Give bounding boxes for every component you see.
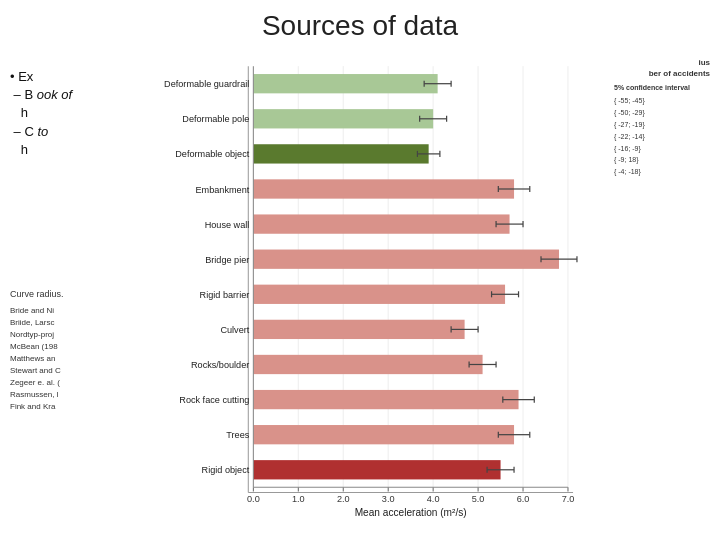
svg-text:Rigid barrier: Rigid barrier [200,290,250,300]
svg-text:6.0: 6.0 [517,494,530,504]
accidents-label: ber of accidents [614,69,710,78]
ref-5: Matthews an [10,353,116,365]
ref-2: Briide, Larsc [10,317,116,329]
references-list: Bride and Ni Briide, Larsc Nordtyp-proj … [10,305,116,413]
svg-text:Culvert: Culvert [220,325,249,335]
svg-text:Rock face cutting: Rock face cutting [179,395,249,405]
svg-text:Bridge pier: Bridge pier [205,255,249,265]
ref-4: McBean (198 [10,341,116,353]
book-of: ook of [37,87,72,102]
svg-text:Deformable pole: Deformable pole [182,114,249,124]
dash2: – C [10,124,34,139]
ref-7: Zegeer e. al. ( [10,377,116,389]
svg-text:Rigid object: Rigid object [202,465,250,475]
conf-row-1: { -55; -45} [614,95,710,107]
conf-row-2: { -50; -29} [614,107,710,119]
ref-8: Rasmussen, l [10,389,116,401]
svg-rect-47 [253,214,509,233]
svg-rect-72 [253,390,518,409]
right-panel: ius ber of accidents 5% confidence inter… [610,48,710,533]
svg-text:Deformable guardrail: Deformable guardrail [164,79,249,89]
dash1: – B [10,87,33,102]
svg-text:Mean acceleration (m²/s): Mean acceleration (m²/s) [355,507,467,518]
svg-text:3.0: 3.0 [382,494,395,504]
to-text: to [37,124,48,139]
conf-row-5: { -16; -9} [614,143,710,155]
chart-area: 0.01.02.03.04.05.06.07.0Mean acceleratio… [120,48,610,533]
svg-rect-62 [253,320,464,339]
svg-rect-37 [253,144,428,163]
left-panel: • Ex – B ook of h – C to h Curve radius.… [10,48,120,533]
dash2-mid: h [10,142,28,157]
bullet-text: • Ex – B ook of h – C to h [10,68,116,159]
svg-rect-52 [253,250,559,269]
bar-chart: 0.01.02.03.04.05.06.07.0Mean acceleratio… [120,56,610,533]
curve-radius-label: Curve radius. [10,289,116,299]
svg-text:0.0: 0.0 [247,494,260,504]
ref-9: Fink and Kra [10,401,116,413]
svg-text:2.0: 2.0 [337,494,350,504]
svg-text:4.0: 4.0 [427,494,440,504]
svg-text:1.0: 1.0 [292,494,305,504]
svg-rect-57 [253,285,505,304]
svg-rect-77 [253,425,514,444]
svg-rect-82 [253,460,500,479]
radius-label: ius [614,58,710,67]
page-title: Sources of data [0,0,720,48]
svg-text:5.0: 5.0 [472,494,485,504]
confidence-rows: { -55; -45} { -50; -29} { -27; -19} { -2… [614,95,710,178]
ref-3: Nordtyp-proj [10,329,116,341]
svg-text:Trees: Trees [226,430,249,440]
ref-6: Stewart and C [10,365,116,377]
svg-rect-27 [253,74,437,93]
svg-text:Embankment: Embankment [196,185,250,195]
conf-row-6: { -9; 18} [614,154,710,166]
svg-text:7.0: 7.0 [562,494,575,504]
ref-1: Bride and Ni [10,305,116,317]
conf-row-3: { -27; -19} [614,119,710,131]
svg-text:House wall: House wall [205,220,250,230]
svg-rect-67 [253,355,482,374]
bullet-symbol: • Ex [10,69,33,84]
dash1-mid: h [10,105,28,120]
svg-text:Deformable object: Deformable object [175,149,250,159]
svg-rect-42 [253,179,514,198]
confidence-label: 5% confidence interval [614,84,710,91]
conf-row-7: { -4; -18} [614,166,710,178]
svg-rect-32 [253,109,433,128]
conf-row-4: { -22; -14} [614,131,710,143]
svg-text:Rocks/boulder: Rocks/boulder [191,360,249,370]
